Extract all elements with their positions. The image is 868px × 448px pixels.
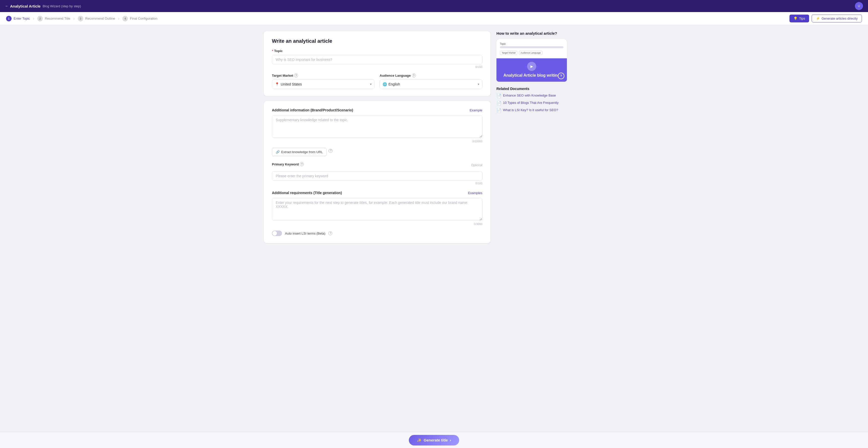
doc-link-3: What is LSI Key? Is it useful for SEO?: [503, 108, 558, 112]
generate-title-label: Generate title: [424, 438, 448, 442]
video-badge-1: Target Market: [500, 51, 517, 55]
step-2[interactable]: 2 Recommend Title: [37, 16, 70, 21]
additional-info-section: Additional information (Brand/Product/Sc…: [272, 108, 482, 156]
market-language-row: Target Market ? 📍 United States ▾ Audien…: [272, 73, 482, 89]
step-4-label: Final Configuration: [130, 16, 157, 20]
related-docs-title: Related Documents: [496, 87, 567, 91]
additional-req-label: Additional requirements (Title generatio…: [272, 191, 342, 195]
main-layout: Write an analytical article * Topic 0/15…: [258, 25, 610, 264]
target-market-select[interactable]: United States: [272, 79, 375, 89]
doc-link-2: 10 Types of Blogs That Are Frequently: [503, 101, 559, 105]
play-icon: ▶: [530, 64, 533, 68]
audience-language-help-icon[interactable]: ?: [412, 73, 416, 77]
card-title: Write an analytical article: [272, 38, 482, 44]
toggle-help-icon[interactable]: ?: [328, 231, 332, 235]
additional-req-header: Additional requirements (Title generatio…: [272, 191, 482, 195]
step-divider-1: ›: [33, 16, 34, 21]
avatar: U: [855, 2, 863, 10]
additional-info-header: Additional information (Brand/Product/Sc…: [272, 108, 482, 112]
toggle-row: Auto insert LSI terms (Beta) ?: [272, 231, 482, 236]
tutorial-title: How to write an analytical article?: [496, 31, 567, 35]
topic-input[interactable]: [272, 55, 482, 64]
audience-language-select[interactable]: English: [380, 79, 482, 89]
step-divider-2: ›: [73, 16, 74, 21]
top-nav: ← Analytical Article Blog Wizard (step b…: [0, 0, 868, 12]
required-star: *: [272, 49, 273, 53]
topic-input-wrapper: 0/150: [272, 55, 482, 68]
step-1-num: 1: [6, 16, 11, 21]
arrow-icon: ›: [450, 438, 451, 442]
step-2-label: Recommend Title: [45, 16, 70, 20]
play-button[interactable]: ▶: [527, 62, 536, 71]
doc-icon-1: 📄: [496, 94, 501, 98]
primary-keyword-counter: 0/100: [272, 182, 482, 185]
app-subtitle: Blog Wizard (step by step): [42, 4, 81, 8]
bottom-spacer: [264, 248, 490, 258]
back-arrow-icon: ←: [5, 4, 8, 8]
target-market-select-wrapper: 📍 United States ▾: [272, 79, 375, 89]
extract-url-label: Extract knowledge from URL: [281, 150, 323, 154]
primary-keyword-label: Primary Keyword ?: [272, 162, 304, 166]
generate-direct-button[interactable]: ⚡ Generate articles directly: [812, 14, 862, 22]
additional-info-textarea[interactable]: [272, 115, 482, 138]
video-badge-row: Target Market Audience Language: [500, 51, 563, 55]
step-divider-3: ›: [118, 16, 119, 21]
step-1[interactable]: 1 Enter Topic: [6, 16, 30, 21]
primary-keyword-input[interactable]: [272, 171, 482, 181]
video-topic-label: Topic: [500, 42, 563, 45]
target-market-help-icon[interactable]: ?: [294, 73, 298, 77]
bottom-bar: ✨ Generate title ›: [0, 432, 868, 448]
generate-title-button[interactable]: ✨ Generate title ›: [409, 435, 459, 446]
additional-card: Additional information (Brand/Product/Sc…: [264, 101, 490, 243]
step-4-num: 4: [122, 16, 128, 21]
examples-link[interactable]: Examples: [468, 191, 482, 195]
primary-keyword-optional: Optional: [471, 163, 482, 167]
doc-icon-3: 📄: [496, 108, 501, 113]
primary-keyword-section: Primary Keyword ? Optional 0/100: [272, 162, 482, 185]
video-badge-2: Audience Language: [519, 51, 542, 55]
tips-icon: 💡: [794, 16, 798, 20]
step-1-label: Enter Topic: [13, 16, 30, 20]
audience-language-select-wrapper: 🌐 English ▾: [380, 79, 482, 89]
step-bar-actions: 💡 Tips ⚡ Generate articles directly: [789, 14, 862, 22]
back-button[interactable]: ←: [5, 4, 8, 8]
related-doc-2[interactable]: 📄 10 Types of Blogs That Are Frequently: [496, 101, 567, 105]
language-icon: 🌐: [383, 82, 387, 86]
doc-link-1: Enhance SEO with Knowledge Base: [503, 93, 556, 98]
primary-keyword-help-icon[interactable]: ?: [300, 162, 304, 166]
right-panel: How to write an analytical article? Topi…: [496, 31, 567, 258]
topic-field: * Topic 0/150: [272, 49, 482, 68]
step-bar: 1 Enter Topic › 2 Recommend Title › 3 Re…: [0, 12, 868, 25]
video-topic-bar: [500, 46, 563, 48]
extract-row: 🔗 Extract knowledge from URL ?: [272, 145, 482, 156]
tips-button[interactable]: 💡 Tips: [789, 14, 809, 22]
lsi-toggle[interactable]: [272, 231, 282, 236]
extract-help-icon[interactable]: ?: [329, 149, 333, 153]
audience-language-label: Audience Language ?: [380, 73, 482, 77]
example-link[interactable]: Example: [469, 108, 482, 112]
topic-card: Write an analytical article * Topic 0/15…: [264, 31, 490, 96]
video-thumbnail[interactable]: Topic Target Market Audience Language ▶ …: [496, 39, 567, 82]
target-market-label: Target Market ?: [272, 73, 375, 77]
audience-language-field: Audience Language ? 🌐 English ▾: [380, 73, 482, 89]
video-inner: Topic Target Market Audience Language: [496, 39, 567, 58]
video-overlay: ▶ Analytical Article blog writing ?: [496, 58, 567, 82]
step-3[interactable]: 3 Recommend Outline: [78, 16, 115, 21]
step-3-num: 3: [78, 16, 83, 21]
video-label: Analytical Article blog writing: [500, 73, 563, 78]
related-doc-3[interactable]: 📄 What is LSI Key? Is it useful for SEO?: [496, 108, 567, 113]
app-title: Analytical Article: [10, 4, 40, 8]
step-4[interactable]: 4 Final Configuration: [122, 16, 157, 21]
video-help-icon: ?: [558, 73, 564, 79]
primary-keyword-header: Primary Keyword ? Optional: [272, 162, 482, 168]
step-3-label: Recommend Outline: [85, 16, 115, 20]
link-icon: 🔗: [276, 150, 280, 154]
main-content: Write an analytical article * Topic 0/15…: [264, 31, 490, 258]
related-doc-1[interactable]: 📄 Enhance SEO with Knowledge Base: [496, 93, 567, 98]
lightning-icon: ⚡: [816, 16, 820, 20]
extract-url-button[interactable]: 🔗 Extract knowledge from URL: [272, 148, 327, 156]
additional-info-counter: 0/10000: [272, 140, 482, 143]
additional-req-section: Additional requirements (Title generatio…: [272, 191, 482, 226]
generate-direct-label: Generate articles directly: [822, 16, 858, 20]
additional-req-textarea[interactable]: [272, 198, 482, 220]
